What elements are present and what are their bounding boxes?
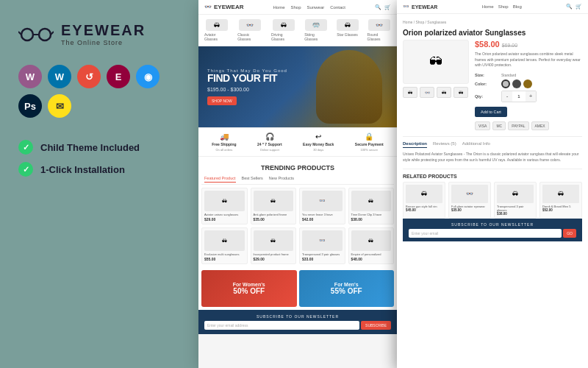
table-row: 👓 Full glare aviator eyewear $35.00 [448,182,491,219]
cat-skiing[interactable]: 🥽 Skiing Glasses [304,19,327,41]
product-detail-layout: 🕶 🕶 👓 🕶 🕶 $58.00 $69.00 The Orion polari… [403,40,582,130]
tab-reviews[interactable]: Reviews (5) [433,141,456,148]
detail-nav-blog[interactable]: Blog [513,4,522,9]
cart-icon[interactable]: 🛒 [384,4,391,10]
detail-nav-home[interactable]: Home [482,4,494,9]
women-banner[interactable]: For Women's 50% OFF [201,270,297,307]
tab-additional[interactable]: Additional Info [462,141,490,148]
cat-aviator-label: Aviator Glasses [204,32,229,41]
paypal-icon: PAYPAL [508,121,528,130]
product-card: 🕶 Aviator unisex sunglasses $29.00 [201,188,248,224]
person-silhouette [316,50,382,124]
related-product-image: 🕶 [497,185,534,203]
related-product-name: Full glare aviator eyewear [451,205,488,208]
product-card: 🕶 Anti-glare polarized frame $35.00 [251,188,297,224]
detail-cart-icon[interactable]: 🛒 [576,4,582,10]
add-to-cart-button[interactable]: Add to Cart [475,107,507,117]
hero-cta-button[interactable]: SHOP NOW [207,96,237,105]
feature-child-theme: ✓ Child Theme Included [18,140,180,155]
women-label: For Women's [233,282,265,287]
cat-classic[interactable]: 👓 Classic Glasses [237,19,262,41]
detail-newsletter: SUBSCRIBE TO OUR NEWSLETTER Enter your e… [403,219,582,241]
header-icons: 🔍 🛒 [375,4,391,10]
related-product-image: 🕶 [542,185,579,203]
tab-featured[interactable]: Featured Product [204,176,236,183]
qty-plus-button[interactable]: + [526,91,536,102]
visual-icon: ◉ [136,65,159,88]
brand-name: EYEWEAR [61,22,146,39]
color-label: Color: [475,82,497,86]
product-price: $58.00 $69.00 [475,40,582,49]
detail-newsletter-input[interactable]: Enter your email [409,229,562,238]
cat-round[interactable]: 👓 Round Glasses [368,19,391,41]
color-gold[interactable] [523,79,532,88]
product-detail-title: Orion polarized aviator Sunglasses [403,29,582,37]
color-dark[interactable] [512,79,521,88]
demo-nav: Home Shop Sunwear Contact [273,5,345,10]
ship-free-sub: On all orders [215,148,232,152]
shipping-bar: 🚚 Free Shipping On all orders 🎧 24 * 7 S… [198,127,397,157]
thumb-4[interactable]: 🕶 [453,87,468,98]
svg-point-0 [21,29,33,40]
thumb-1[interactable]: 🕶 [403,87,417,98]
mc-icon: MC [492,121,506,130]
original-price: $69.00 [502,43,517,48]
detail-nav-shop[interactable]: Shop [498,4,509,9]
cat-driving[interactable]: 🕶 Driving Glasses [271,19,295,41]
product-price: $35.00 [254,217,294,222]
men-label: For Men's [334,282,359,287]
related-product-price: $52.00 [542,208,579,212]
ship-return-label: Easy Money Back [303,142,334,146]
product-price: $38.00 [351,217,392,222]
ship-secure: 🔒 Secure Payment 100% secure [355,132,384,152]
detail-header-icons: 🔍 🛒 [566,4,582,10]
color-silver[interactable] [501,79,510,88]
cat-driving-label: Driving Glasses [271,32,295,41]
newsletter-subscribe-button[interactable]: SUBSCRIBE [361,321,391,330]
hero-banner: Things That May Do You Good FIND YOUR FI… [198,46,397,127]
color-options [501,79,532,88]
nav-contact[interactable]: Contact [330,5,345,10]
product-image: 🕶 [351,230,392,251]
cat-star[interactable]: 🕶 Star Glasses [337,19,359,41]
product-options: Size: Standard Color: Qty: [475,73,582,102]
product-name: Incorporated product frame [254,252,294,256]
cat-aviator[interactable]: 🕶 Aviator Glasses [204,19,229,41]
tab-new[interactable]: New Products [269,176,294,183]
men-banner[interactable]: For Men's 55% OFF [299,270,395,307]
detail-newsletter-button[interactable]: GO [563,229,576,238]
tab-bestsellers[interactable]: Best Sellers [242,176,263,183]
detail-search-icon[interactable]: 🔍 [566,4,573,10]
nav-shop[interactable]: Shop [291,5,301,10]
center-demo-panel: 👓 EYEWEAR Home Shop Sunwear Contact 🔍 🛒 … [198,0,397,368]
product-name: Transpersonal 3 pair glasses [302,252,343,256]
ship-support-label: 24 * 7 Support [257,142,282,146]
qty-minus-button[interactable]: - [502,91,512,102]
section-title: TRENDING PRODUCTS [201,160,394,174]
svg-point-1 [39,29,51,40]
thumb-3[interactable]: 🕶 [437,87,451,98]
description-text: Unisex Polarized Aviator Sunglasses - Th… [403,151,582,163]
men-sale: 55% OFF [331,287,362,295]
amex-icon: AMEX [531,121,549,130]
thumb-2[interactable]: 👓 [420,87,434,98]
search-icon[interactable]: 🔍 [375,4,381,10]
product-price: $42.00 [302,217,343,222]
detail-newsletter-title: SUBSCRIBE TO OUR NEWSLETTER [409,222,576,227]
child-theme-label: Child Theme Included [40,142,140,153]
product-image: 👓 [302,230,343,251]
ship-return-sub: 30 days [313,148,323,152]
size-option: Size: Standard [475,73,582,77]
product-card: 🕶 Exclusive multi sunglasses $55.00 [201,227,248,264]
products-section: TRENDING PRODUCTS Featured Product Best … [198,157,397,267]
feature-one-click: ✓ 1-Click Installation [18,162,180,177]
breadcrumb: Home / Shop / Sunglasses [403,20,582,24]
color-option: Color: [475,79,582,88]
tab-description[interactable]: Description [403,141,427,148]
related-product-name: Transpersonal 3 pair glasses [497,205,534,212]
detail-newsletter-row: Enter your email GO [409,229,576,238]
detail-glasses-icon: 👓 [403,4,409,10]
product-card: 🕶 Empire of personalized $48.00 [348,227,395,264]
nav-home[interactable]: Home [273,5,285,10]
nav-sunwear[interactable]: Sunwear [307,5,325,10]
